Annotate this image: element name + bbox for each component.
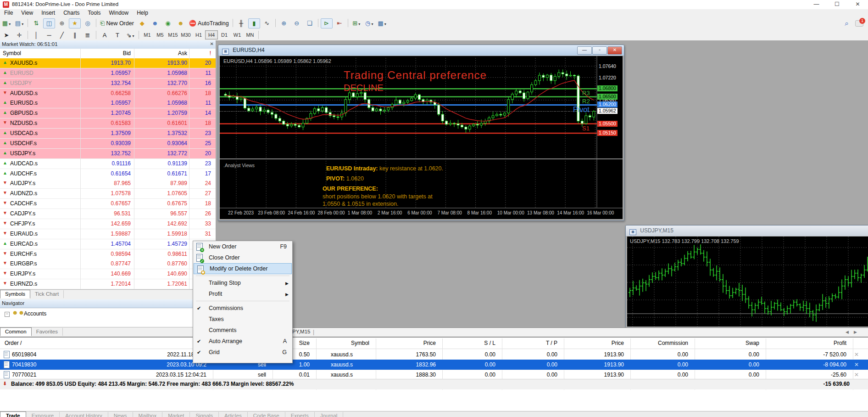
market-watch-row-eurnzd[interactable]: ▼EURNZD.s1.720141.72061 [0,279,216,289]
line-chart-button[interactable]: ∿ [261,18,273,28]
order-row-65019804[interactable]: 650198042022.11.18 10:30.50xauusd.s1763.… [0,349,868,360]
menu-item-close-order[interactable]: ✓Close Order [193,252,292,263]
timeframe-d1[interactable]: D1 [218,30,231,39]
menu-insert[interactable]: Insert [37,9,59,17]
trendline-tool[interactable]: ╱ [56,30,68,40]
tab-scroll-right-icon[interactable]: ▶ [854,330,857,334]
market-watch-toggle[interactable]: ⇅ [30,18,42,28]
menu-charts[interactable]: Charts [59,9,83,17]
options-button[interactable]: ☻ [175,18,187,28]
zoom-in-button[interactable]: ⊕ [278,18,290,28]
fibonacci-tool[interactable]: ≣ [82,30,94,40]
tab-tick-chart[interactable]: Tick Chart [30,290,64,298]
close-position-icon[interactable]: ✕ [854,361,859,368]
terminal-toggle[interactable]: ★ [69,18,81,28]
menu-file[interactable]: File [0,9,17,17]
market-watch-row-gbpusd[interactable]: ▲GBPUSD.s1.207451.2075914 [0,108,216,118]
tab-common[interactable]: Common [0,327,32,336]
tab-symbols[interactable]: Symbols [0,290,30,299]
arrows-tool[interactable]: ⇘▾ [124,30,136,40]
bar-chart-button[interactable]: ╫ [235,18,247,28]
text-tool[interactable]: A [99,30,111,40]
chart-shift-button[interactable]: ⇤ [334,18,345,28]
new-order-button[interactable]: ⎗New Order [99,18,135,28]
market-watch-row-audchf[interactable]: ▲AUDCHF.s0.616540.6167117 [0,169,216,179]
terminal-tab-code-base[interactable]: Code Base [248,412,285,417]
vertical-line-tool[interactable]: │ [30,30,42,40]
tree-expand-icon[interactable]: − [5,311,10,317]
templates-button[interactable]: ▩▾ [376,18,388,28]
market-watch-row-usdchf[interactable]: ▲USDCHF.s0.930390.9306425 [0,139,216,149]
market-watch-row-eurgbp[interactable]: ▼EURGBP.s0.877470.87760 [0,259,216,269]
chart-window-usdjpy-m15[interactable]: ▦ USDJPY,M15 USDJPY,M15 132.783 132.799 … [625,225,868,328]
column-header-price[interactable]: Price [381,340,436,346]
chart-window-titlebar[interactable]: ▦ EURUSD,H4 — ▫ ✕ [218,45,624,56]
chart-window-titlebar[interactable]: ▦ USDJPY,M15 [626,225,868,236]
market-watch-row-eurusd[interactable]: ▲EURUSD1.059571.0596811 [0,68,216,79]
column-header-order[interactable]: Order / [5,340,22,346]
cursor-tool[interactable]: ➤ [0,30,12,40]
menu-item-grid[interactable]: ✔GridG [193,347,292,358]
navigator-toggle[interactable]: ⊕ [56,18,68,28]
periods-button[interactable]: ◷▾ [363,18,375,28]
eurusd-chart-canvas[interactable]: Trading Central preferenceDECLINEEURUSD,… [220,56,623,219]
market-watch-row-eurcad[interactable]: ▲EURCAD.s1.457041.45729 [0,239,216,249]
terminal-tab-journal[interactable]: Journal [315,412,344,417]
market-watch-row-eurusd[interactable]: ▲EURUSD.s1.059571.0596811 [0,98,216,108]
timeframe-m5[interactable]: M5 [154,30,167,39]
market-watch-close-icon[interactable]: ✕ [210,41,214,46]
tile-windows-button[interactable]: ❏ [304,18,316,28]
signals-button[interactable]: ◉ [162,18,174,28]
menu-item-auto-arrange[interactable]: ✔Auto ArrangeA [193,336,292,347]
terminal-tab-trade[interactable]: Trade [0,411,26,417]
market-watch-row-audnzd[interactable]: ▼AUDNZD.s1.075781.0760527 [0,189,216,199]
terminal-tab-experts[interactable]: Experts [285,412,315,417]
market-watch-row-xauusd[interactable]: ▲XAUUSD.s1913.701913.9020 [0,58,216,68]
menu-item-profit[interactable]: Profit▶ [193,288,292,299]
window-close-button[interactable]: ✕ [847,0,868,9]
menu-item-new-order[interactable]: +New OrderF9 [193,241,292,252]
close-position-icon[interactable]: ✕ [854,372,859,378]
market-watch-row-eurchf[interactable]: ▼EURCHF.s0.985940.98611 [0,249,216,259]
terminal-tab-news[interactable]: News [108,412,133,417]
horizontal-line-tool[interactable]: ─ [43,30,55,40]
chart-window-eurusd-h4[interactable]: ▦ EURUSD,H4 — ▫ ✕ Trading Central prefer… [218,45,624,221]
market-watch-row-audjpy[interactable]: ▼AUDJPY.s87.96587.98924 [0,179,216,189]
menu-item-trailing-stop[interactable]: Trailing Stop▶ [193,277,292,288]
market-watch-row-audusd[interactable]: ▼AUDUSD.s0.662580.6627618 [0,89,216,99]
timeframe-h1[interactable]: H1 [192,30,205,39]
window-minimize-button[interactable]: — [806,0,827,9]
terminal-tab-market[interactable]: Market [162,412,190,417]
terminal-tab-mailbox[interactable]: Mailbox [133,412,163,417]
market-watch-row-eurjpy[interactable]: ▼EURJPY.s140.669140.690 [0,269,216,279]
window-maximize-button[interactable]: ☐ [827,0,847,9]
column-header-tp[interactable]: T / P [502,340,557,346]
menu-view[interactable]: View [17,9,37,17]
market-watch-row-chfjpy[interactable]: ▼CHFJPY.s142.659142.69233 [0,219,216,229]
order-row-70419830[interactable]: 704198302023.03.10 09:2sell1.00xauusd.s1… [0,360,868,370]
tree-item-accounts[interactable]: Accounts [24,310,46,317]
market-watch-row-usdcad[interactable]: ▲USDCAD.s1.375091.3753223 [0,129,216,139]
column-header-profit[interactable]: Profit [791,340,846,346]
text-label-tool[interactable]: T [111,30,123,40]
timeframe-mn[interactable]: MN [244,30,256,39]
close-position-icon[interactable]: ✕ [854,351,859,358]
dropdown-arrow-icon[interactable]: ▾ [132,34,134,38]
market-watch-row-cadchf[interactable]: ▼CADCHF.s0.676570.6767518 [0,199,216,209]
indicators-button[interactable]: ⊞▾ [351,18,362,28]
column-header-price[interactable]: Price [569,340,624,346]
metaeditor-button[interactable]: ◆ [136,18,148,28]
menu-tools[interactable]: Tools [84,9,105,17]
dropdown-arrow-icon[interactable]: ▾ [358,22,360,26]
terminal-tab-articles[interactable]: Articles [219,412,248,417]
dropdown-arrow-icon[interactable]: ▾ [371,22,373,26]
channel-tool[interactable]: ∥ [69,30,81,40]
timeframe-h4[interactable]: H4 [205,30,218,39]
chart-close-button[interactable]: ✕ [607,46,622,55]
crosshair-tool[interactable]: ✛ [13,30,25,40]
terminal-tab-signals[interactable]: Signals [190,412,219,417]
data-window-toggle[interactable]: ◫ [43,18,55,28]
market-watch-row-audcad[interactable]: ▲AUDCAD.s0.911160.9113923 [0,159,216,169]
auto-scroll-button[interactable]: ⊳ [321,18,333,28]
column-header-commission[interactable]: Commission [633,340,688,346]
